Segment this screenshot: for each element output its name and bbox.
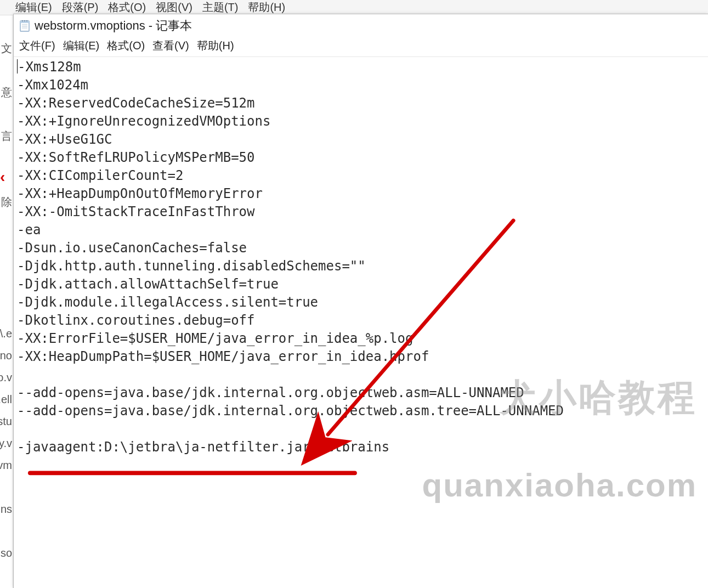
notepad-menubar: 文件(F) 编辑(E) 格式(O) 查看(V) 帮助(H) bbox=[14, 36, 708, 57]
editor-line: -Xms128m bbox=[17, 58, 705, 76]
editor-line: -XX:CICompilerCount=2 bbox=[17, 167, 705, 185]
gutter-fragment: so bbox=[0, 542, 13, 564]
gutter-fragment: stu bbox=[0, 410, 13, 432]
gutter-fragment bbox=[0, 15, 13, 37]
gutter-fragment bbox=[0, 257, 13, 279]
gutter-fragment bbox=[0, 279, 13, 301]
gutter-fragment bbox=[0, 301, 13, 323]
editor-line: -XX:+UseG1GC bbox=[17, 131, 705, 149]
editor-line: -XX:SoftRefLRUPolicyMSPerMB=50 bbox=[17, 149, 705, 167]
editor-line: -Djdk.http.auth.tunneling.disabledScheme… bbox=[17, 257, 705, 275]
editor-line bbox=[17, 420, 705, 438]
notepad-icon bbox=[19, 19, 30, 32]
gutter-fragment: 文 bbox=[0, 37, 13, 59]
editor-line: -XX:+HeapDumpOnOutOfMemoryError bbox=[17, 185, 705, 203]
gutter-fragment bbox=[0, 147, 13, 169]
svg-point-2 bbox=[22, 20, 23, 21]
menu-edit[interactable]: 编辑(E) bbox=[63, 38, 100, 53]
editor-line: -XX:+IgnoreUnrecognizedVMOptions bbox=[17, 112, 705, 131]
editor-line: -ea bbox=[17, 221, 705, 239]
editor-textarea[interactable]: -Xms128m-Xmx1024m-XX:ReservedCodeCacheSi… bbox=[14, 57, 708, 588]
background-menubar: 编辑(E) 段落(P) 格式(O) 视图(V) 主题(T) 帮助(H) bbox=[0, 0, 708, 15]
gutter-fragment bbox=[0, 476, 13, 498]
bg-menu-item[interactable]: 主题(T) bbox=[202, 0, 239, 15]
editor-line: -Djdk.module.illegalAccess.silent=true bbox=[17, 293, 705, 312]
bg-menu-item[interactable]: 格式(O) bbox=[108, 0, 146, 15]
editor-line: -Dsun.io.useCanonCaches=false bbox=[17, 239, 705, 257]
gutter-fragment bbox=[0, 103, 13, 125]
bg-menu-item[interactable]: 编辑(E) bbox=[15, 0, 52, 15]
gutter-fragment: 除 bbox=[0, 191, 13, 213]
gutter-fragment: ns bbox=[0, 498, 13, 520]
menu-help[interactable]: 帮助(H) bbox=[197, 38, 234, 53]
editor-line: -XX:HeapDumpPath=$USER_HOME/java_error_i… bbox=[17, 348, 705, 366]
gutter-fragment: ell. bbox=[0, 388, 13, 410]
gutter-fragment: no bbox=[0, 344, 13, 366]
bg-menu-item[interactable]: 帮助(H) bbox=[248, 0, 285, 15]
editor-line: --add-opens=java.base/jdk.internal.org.o… bbox=[17, 402, 705, 420]
gutter-fragment bbox=[0, 520, 13, 542]
bg-menu-item[interactable]: 视图(V) bbox=[156, 0, 192, 15]
editor-line: -XX:ErrorFile=$USER_HOME/java_error_in_i… bbox=[17, 330, 705, 348]
svg-point-3 bbox=[24, 20, 25, 21]
editor-line: -XX:-OmitStackTraceInFastThrow bbox=[17, 203, 705, 221]
gutter-fragment: o.v bbox=[0, 366, 13, 388]
editor-line: -Djdk.attach.allowAttachSelf=true bbox=[17, 275, 705, 293]
gutter-fragment: e.\ bbox=[0, 323, 13, 344]
gutter-red-caret-icon: ‹ bbox=[0, 168, 5, 190]
gutter-fragment bbox=[0, 213, 13, 235]
gutter-fragment: 意 bbox=[0, 81, 13, 103]
gutter-fragment bbox=[0, 564, 13, 586]
editor-line: -javaagent:D:\jetbra\ja-netfilter.jar=je… bbox=[17, 438, 705, 456]
bg-menu-item[interactable]: 段落(P) bbox=[62, 0, 99, 15]
notepad-window: webstorm.vmoptions - 记事本 文件(F) 编辑(E) 格式(… bbox=[13, 14, 708, 588]
editor-line: --add-opens=java.base/jdk.internal.org.o… bbox=[17, 384, 705, 402]
menu-view[interactable]: 查看(V) bbox=[152, 38, 189, 53]
window-title: webstorm.vmoptions - 记事本 bbox=[35, 18, 192, 34]
gutter-fragment bbox=[0, 59, 13, 81]
titlebar[interactable]: webstorm.vmoptions - 记事本 bbox=[14, 14, 708, 36]
gutter-fragment: m.v bbox=[0, 586, 13, 588]
editor-line: -Xmx1024m bbox=[17, 76, 705, 94]
svg-point-4 bbox=[26, 20, 27, 21]
gutter-fragment: vm bbox=[0, 454, 13, 476]
menu-file[interactable]: 文件(F) bbox=[19, 38, 55, 53]
editor-line: -Dkotlinx.coroutines.debug=off bbox=[17, 312, 705, 330]
editor-line: -XX:ReservedCodeCacheSize=512m bbox=[17, 94, 705, 112]
gutter-fragment: 言 bbox=[0, 125, 13, 147]
text-caret bbox=[17, 59, 18, 74]
editor-line bbox=[17, 366, 705, 384]
gutter-fragment bbox=[0, 235, 13, 257]
background-left-gutter: 文 意 言 除 e.\noo.vell.stuy.vvm ns so m.vno… bbox=[0, 15, 13, 588]
gutter-fragment: y.v bbox=[0, 432, 13, 454]
menu-format[interactable]: 格式(O) bbox=[107, 38, 145, 53]
